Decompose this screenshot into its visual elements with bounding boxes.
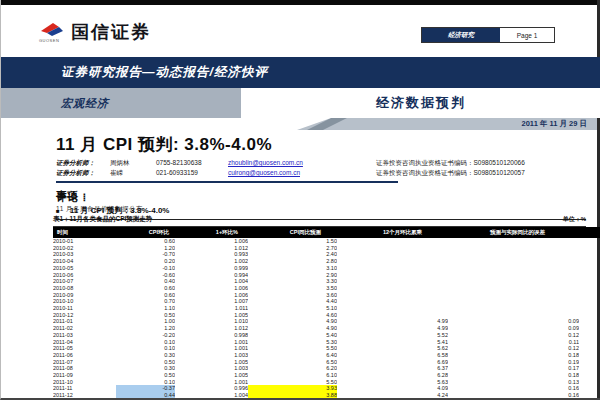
table-row: 2010-040.201.0022.80 [53, 258, 600, 265]
report-page: GUOSEN 国信证券 经济研究 Page 1 证券研究报告—动态报告/经济快评… [0, 0, 600, 400]
table-cell: 0.10 [116, 379, 175, 386]
table-cell: 2.90 [248, 272, 337, 279]
table-cell: 1.005 [175, 312, 248, 319]
table-cell [448, 245, 579, 252]
table-cell [337, 305, 448, 312]
table-cell [579, 359, 600, 366]
table-cell [448, 258, 579, 265]
page-title: 11 月 CPI 预判: 3.8%-4.0% [56, 133, 272, 156]
table-cell: 0.44 [116, 392, 175, 399]
table-cell [448, 298, 579, 305]
table-cell: 1.002 [175, 258, 248, 265]
table-cell [579, 379, 600, 386]
table-cell: 0.40 [116, 278, 175, 285]
column-header: CPI环比 [116, 227, 175, 238]
table-cell: 0.18 [448, 372, 579, 379]
table-cell: 4.99 [337, 318, 448, 325]
table-cell [337, 265, 448, 272]
table-cell [448, 278, 579, 285]
table-cell: 0.16 [448, 385, 579, 392]
table-cell: 4.99 [337, 325, 448, 332]
analyst-email-link[interactable]: cuirong@guosen.com.cn [228, 169, 376, 176]
table-cell: 0.994 [175, 272, 248, 279]
table-row: 2010-100.701.0074.40 [53, 298, 600, 305]
table-cell: 6.28 [337, 372, 448, 379]
table-cell [579, 285, 600, 292]
table-row: 2011-080.301.0036.206.370.17 [53, 365, 600, 372]
table-cell: 0.50 [116, 312, 175, 319]
table-cell: 3.30 [248, 278, 337, 285]
table-cell: 2011-02 [53, 325, 116, 332]
table-cell: 3.60 [248, 292, 337, 299]
table-cell: 0.996 [175, 385, 248, 392]
brand-en-label: GUOSEN [39, 38, 59, 43]
table-cell: 6.69 [337, 359, 448, 366]
table-cell [579, 312, 600, 319]
table-cell [337, 238, 448, 245]
table-row: 2010-080.601.0063.50 [53, 285, 600, 292]
table-cell: 1.003 [175, 352, 248, 359]
table-cell [448, 312, 579, 319]
table-cell: 0.09 [448, 325, 579, 332]
table-cell: 1.10 [116, 305, 175, 312]
table-cell: 4.90 [248, 318, 337, 325]
table-cell: 2010-08 [53, 285, 116, 292]
table-cell [337, 251, 448, 258]
section-macro: 宏观经济 [1, 88, 241, 118]
table-cell [448, 285, 579, 292]
table-cell: 5.30 [248, 339, 337, 346]
table-cell [337, 278, 448, 285]
section-macro-label: 宏观经济 [61, 96, 109, 111]
table-cell [579, 365, 600, 372]
analyst-role: 证券分析师： [56, 169, 110, 178]
table-cell: 0.60 [116, 292, 175, 299]
table-cell: 2010-09 [53, 292, 116, 299]
section-row: 宏观经济 经济数据预判 [1, 88, 600, 118]
table-cell: 2010-11 [53, 305, 116, 312]
table-cell: 2010-03 [53, 251, 116, 258]
table-cell [579, 332, 600, 339]
table-cell [337, 245, 448, 252]
table-row: 2011-011.001.0104.904.990.09 [53, 318, 600, 325]
table-row: 2011-021.201.0124.904.990.09 [53, 325, 600, 332]
table-cell [448, 272, 579, 279]
table-cell: 1.012 [175, 245, 248, 252]
table-cell [579, 258, 600, 265]
table-cell [579, 245, 600, 252]
table-cell: 0.09 [448, 318, 579, 325]
table-cell: 0.70 [116, 298, 175, 305]
table-cell: 2010-07 [53, 278, 116, 285]
table-cell: 4.24 [337, 392, 448, 399]
table-cell: 0.993 [175, 251, 248, 258]
table-cell: 0.16 [448, 392, 579, 399]
table-row: 2011-050.101.0015.505.620.12 [53, 345, 600, 352]
table-cell: 1.012 [175, 325, 248, 332]
table-cell: 6.50 [248, 359, 337, 366]
table-cell: 6.58 [337, 352, 448, 359]
table-cell: 2.70 [248, 245, 337, 252]
table-cell [448, 265, 579, 272]
table-cell: 1.20 [116, 325, 175, 332]
table-cell: 2011-11 [53, 385, 116, 392]
table-row: 2010-05-0.100.9993.10 [53, 265, 600, 272]
table-row: 2011-120.441.0043.884.240.163.9512 个月累计涨… [53, 392, 600, 399]
top-border [1, 0, 600, 5]
table-cell: 2011-01 [53, 318, 116, 325]
table-cell: 0.50 [116, 372, 175, 379]
table-cell: 0.60 [116, 285, 175, 292]
table-cell [579, 325, 600, 332]
comment-heading: 评论： [56, 191, 91, 205]
table-unit-label: 单位：% [563, 215, 586, 224]
guosen-logo-icon: GUOSEN [39, 21, 65, 43]
table-row: 2011-070.501.0056.506.690.19 [53, 359, 600, 366]
analyst-email-link[interactable]: zhoublin@guosen.com.cn [228, 159, 376, 166]
table-cell: 2011-12 [53, 392, 116, 399]
table-row: 2011-11-0.370.9963.934.090.164.4811 个月累计… [53, 385, 600, 392]
table-cell: 2010-10 [53, 298, 116, 305]
column-header: CPI同比预测 [248, 227, 337, 238]
table-row: 2011-040.101.0015.305.410.11 [53, 339, 600, 346]
table-cell: 5.62 [337, 345, 448, 352]
table-cell [579, 292, 600, 299]
table-cell: 2.80 [248, 258, 337, 265]
cpi-forecast-table: 时间CPI环比1+环比%CPI同比预测12个月环比累乘预测与实际同比的误差累计涨… [53, 227, 600, 399]
